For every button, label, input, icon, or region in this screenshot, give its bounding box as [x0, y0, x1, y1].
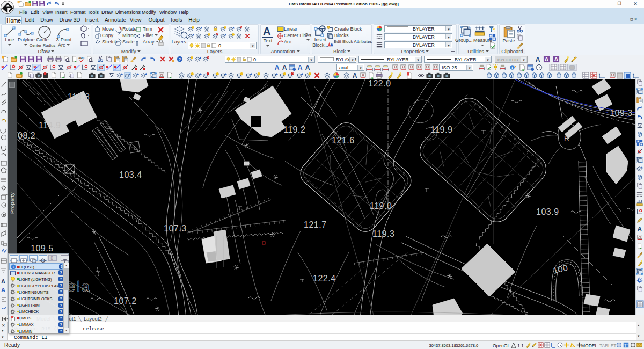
svg-text:109.3: 109.3 — [610, 108, 633, 118]
svg-text:121.6: 121.6 — [332, 136, 355, 145]
svg-text:107.2: 107.2 — [114, 296, 137, 306]
svg-text:08.2: 08.2 — [18, 131, 35, 140]
svg-text:R: R — [564, 134, 569, 142]
svg-text:114.8: 114.8 — [68, 92, 90, 101]
svg-text:109.5: 109.5 — [31, 244, 54, 253]
svg-text:A: A — [1, 287, 5, 293]
svg-text:119.3: 119.3 — [372, 229, 394, 238]
svg-text:103.9: 103.9 — [536, 207, 559, 216]
svg-text:103.4: 103.4 — [119, 170, 142, 179]
svg-text:119.2: 119.2 — [283, 125, 305, 134]
svg-text:119.9: 119.9 — [430, 125, 452, 134]
svg-text:ela: ela — [67, 279, 91, 295]
svg-text:119.0: 119.0 — [370, 201, 392, 210]
svg-text:107.3: 107.3 — [164, 224, 187, 233]
svg-text:121.7: 121.7 — [304, 220, 327, 229]
svg-text:114.9: 114.9 — [39, 121, 61, 130]
svg-text:122.0: 122.0 — [368, 79, 391, 88]
svg-text:A: A — [1, 278, 5, 285]
svg-text:i: i — [13, 265, 14, 270]
svg-text:122.4: 122.4 — [313, 274, 336, 283]
